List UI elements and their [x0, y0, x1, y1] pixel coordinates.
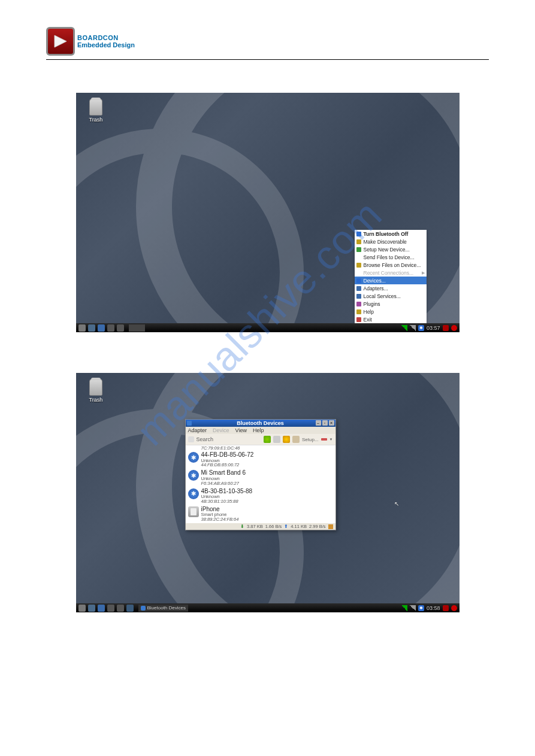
trust-button[interactable]: [283, 436, 290, 443]
power-icon[interactable]: [451, 325, 457, 331]
file-manager-icon[interactable]: [88, 324, 95, 332]
upload-kb: 4.11 KB: [291, 524, 307, 529]
menu-view[interactable]: View: [235, 427, 247, 433]
brand-logo: [46, 27, 75, 56]
adapter-icon: [356, 286, 361, 291]
taskbar: Bluetooth Devices ✱ 03:58: [76, 603, 460, 612]
menu-send-files[interactable]: Send Files to Device...: [355, 253, 427, 261]
menu-local-services[interactable]: Local Services...: [355, 292, 427, 300]
send-icon: [356, 255, 361, 260]
signal-icon[interactable]: [410, 605, 416, 611]
device-mac: 38:89:2C:24:FB:64: [201, 517, 239, 522]
bluetooth-icon: [187, 421, 192, 426]
start-menu-icon[interactable]: [78, 324, 86, 332]
add-device-button[interactable]: [264, 436, 271, 443]
device-mac: F6:34:AB:A9:60:27: [201, 481, 246, 486]
search-icon[interactable]: [188, 436, 194, 442]
page-header: BOARDCON Embedded Design: [46, 27, 489, 60]
bluetooth-devices-window: Bluetooth Devices – ▫ × Adapter Device V…: [185, 419, 336, 530]
bluetooth-icon: [356, 278, 361, 283]
clock[interactable]: 03:57: [427, 325, 440, 331]
chevron-right-icon: ▶: [422, 271, 425, 275]
mail-icon[interactable]: [126, 605, 134, 612]
pair-button[interactable]: [292, 436, 300, 443]
help-icon: [356, 309, 361, 314]
download-icon: ⬇: [240, 524, 244, 529]
screenshot-2: Trash Bluetooth Devices – ▫ × Adapter De…: [76, 373, 460, 612]
bluetooth-icon: ✱: [188, 470, 199, 481]
start-menu-icon[interactable]: [78, 605, 86, 612]
bluetooth-icon: [141, 606, 146, 611]
file-manager-icon[interactable]: [88, 605, 95, 612]
window-title: Bluetooth Devices: [237, 420, 284, 426]
status-icon: [328, 524, 333, 529]
device-row[interactable]: iPhone Smart phone 38:89:2C:24:FB:64: [186, 505, 335, 523]
download-rate: 1.66 B/s: [265, 524, 282, 529]
close-button[interactable]: ×: [329, 420, 334, 426]
bluetooth-tray-icon[interactable]: ✱: [418, 325, 424, 331]
taskbar-empty-slot: [129, 324, 145, 332]
device-row[interactable]: ✱ 44-FB-DB-85-06-72 Unknown 44:FB:DB:85:…: [186, 451, 335, 469]
menu-devices[interactable]: Devices...: [355, 277, 427, 284]
window-list-icon[interactable]: [107, 324, 114, 332]
discoverable-icon: [356, 239, 361, 244]
taskbar-button-bluetooth-devices[interactable]: Bluetooth Devices: [138, 605, 188, 612]
menu-plugins[interactable]: Plugins: [355, 300, 427, 308]
browser-icon[interactable]: [98, 605, 105, 612]
toolbar: Search Setup... ▼: [186, 434, 335, 445]
bluetooth-context-menu: Turn Bluetooth Off Make Discoverable Set…: [355, 230, 427, 323]
status-bar: ⬇ 3.87 KB 1.66 B/s ⬆ 4.11 KB 2.99 B/s: [186, 523, 335, 530]
menu-make-discoverable[interactable]: Make Discoverable: [355, 238, 427, 245]
brand-tagline: Embedded Design: [77, 41, 135, 48]
svg-marker-0: [55, 35, 67, 47]
trash-desktop-icon[interactable]: Trash: [89, 379, 103, 403]
device-list: 7C:79:09:E1:DC:46 ✱ 44-FB-DB-85-06-72 Un…: [186, 445, 335, 523]
menu-browse-files[interactable]: Browse Files on Device...: [355, 261, 427, 269]
power-icon[interactable]: [451, 605, 457, 611]
menu-turn-bluetooth-off[interactable]: Turn Bluetooth Off: [355, 230, 427, 238]
menu-help[interactable]: Help: [253, 427, 264, 433]
services-icon: [356, 294, 361, 299]
workspace-icon[interactable]: [117, 605, 124, 612]
workspace-icon[interactable]: [117, 324, 124, 332]
taskbar: ✱ 03:57: [76, 323, 460, 332]
signal-icon[interactable]: [410, 325, 416, 331]
menu-adapter[interactable]: Adapter: [188, 427, 207, 433]
dropdown-icon[interactable]: ▼: [330, 438, 333, 441]
window-titlebar[interactable]: Bluetooth Devices – ▫ ×: [186, 420, 335, 427]
recent-icon: [356, 271, 361, 275]
tray-icon[interactable]: [443, 605, 449, 611]
minimize-button[interactable]: –: [316, 420, 321, 426]
window-list-icon[interactable]: [107, 605, 114, 612]
screenshot-1: Trash Turn Bluetooth Off Make Discoverab…: [76, 93, 460, 332]
browser-icon[interactable]: [98, 324, 105, 332]
clock[interactable]: 03:58: [427, 605, 440, 611]
mouse-cursor: ↖: [394, 500, 399, 507]
trash-desktop-icon[interactable]: Trash: [89, 99, 103, 123]
remove-button[interactable]: [321, 438, 327, 441]
tray-icon[interactable]: [443, 325, 449, 331]
bluetooth-icon: ✱: [188, 452, 199, 463]
brand-name: BOARDCON: [77, 34, 135, 41]
device-row[interactable]: ✱ 4B-30-B1-10-35-88 Unknown 4B:30:B1:10:…: [186, 487, 335, 505]
menu-device[interactable]: Device: [213, 427, 229, 433]
plugin-icon: [356, 302, 361, 306]
menu-adapters[interactable]: Adapters...: [355, 284, 427, 292]
network-icon[interactable]: [401, 325, 407, 331]
setup-button[interactable]: Setup...: [302, 437, 319, 442]
upload-icon: ⬆: [284, 524, 288, 529]
trash-icon: [89, 379, 102, 396]
trash-label: Trash: [89, 117, 103, 123]
device-mac-fragment: 7C:79:09:E1:DC:46: [186, 445, 335, 451]
menu-help[interactable]: Help: [355, 308, 427, 315]
search-label[interactable]: Search: [197, 436, 261, 442]
menu-exit[interactable]: Exit: [355, 315, 427, 323]
bluetooth-tray-icon[interactable]: ✱: [418, 605, 424, 611]
maximize-button[interactable]: ▫: [322, 420, 328, 426]
menu-recent-connections[interactable]: Recent Connections...▶: [355, 269, 427, 277]
phone-icon: [188, 506, 199, 517]
network-icon[interactable]: [401, 605, 407, 611]
next-button[interactable]: [273, 436, 280, 443]
device-row[interactable]: ✱ Mi Smart Band 6 Unknown F6:34:AB:A9:60…: [186, 469, 335, 487]
menu-setup-new-device[interactable]: Setup New Device...: [355, 245, 427, 253]
